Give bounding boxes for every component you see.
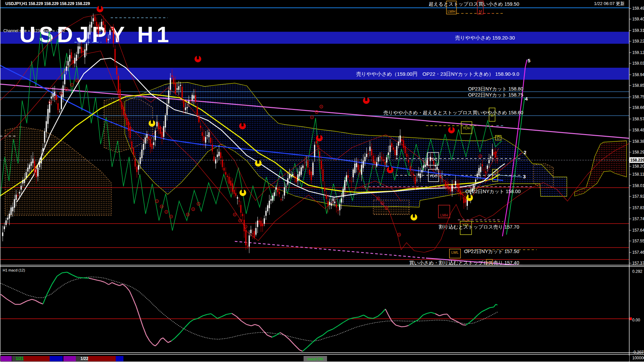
- red-reversal-icon: [97, 5, 103, 12]
- price-axis-label: 159.125: [632, 50, 644, 55]
- price-axis-label: 159.035: [632, 61, 644, 66]
- level-annotation: OP22日NYカット 157.50: [464, 249, 519, 254]
- ichimoku-clouds: [5, 82, 627, 215]
- level-annotation: OP23日NYカット 158.80: [468, 86, 523, 92]
- price-axis-label: 157.370: [632, 261, 644, 265]
- band: [0, 68, 629, 80]
- price-axis-label: 158.940: [632, 72, 644, 77]
- svg-text:M: M: [479, 9, 482, 13]
- watermark: USDJPY H1: [19, 22, 172, 47]
- band-annotation: 売りやや小さめ（159.00円 OP22・23日NYカット大きめ） 158.90…: [356, 71, 519, 77]
- macd-axis-label: 0.00: [632, 318, 640, 322]
- price-axis-label: 157.740: [632, 217, 644, 221]
- red-reversal-icon: [448, 126, 455, 133]
- level-annotation: 売りやや小さめ・超えるとストップロス買いやや小さめ 158.60: [383, 110, 523, 115]
- price-axis-label: 158.015: [632, 183, 644, 188]
- price-axis-label: 158.570: [632, 117, 644, 121]
- yellow-reversal-icon: [411, 213, 417, 221]
- wave-number-label: 4: [525, 96, 528, 102]
- session-segment: [50, 356, 63, 361]
- price-axis-label: 158.110: [632, 172, 644, 177]
- band-annotation: 売りやや小さめ 159.20-30: [455, 35, 515, 41]
- level-annotation: 超えるとストップロス買い小さめ 159.50: [429, 1, 519, 7]
- macd-panel: [0, 272, 629, 351]
- price-axis-label: 158.200: [632, 164, 644, 169]
- level-annotation: OP22日NYカット 158.00: [465, 189, 521, 194]
- price-axis: 159.495159.405159.310159.220159.125159.0…: [629, 0, 644, 362]
- level-annotation: 割り込むとストップロス売り 157.70: [439, 224, 519, 230]
- price-axis-label: 157.645: [632, 228, 644, 233]
- wave-number-label: 3: [523, 174, 526, 179]
- trading-chart-window: USDJPY H1 2345 LWHMWYDHDYDCYDODLMHYDLLWL…: [0, 0, 644, 362]
- price-axis-label: 159.495: [632, 6, 644, 11]
- macd-toggle-button[interactable]: macd ON: [304, 356, 327, 362]
- date-label: 1/21: [16, 356, 24, 361]
- svg-text:YDH: YDH: [463, 126, 470, 130]
- svg-text:LWL: LWL: [451, 250, 459, 254]
- session-segment: [88, 356, 116, 361]
- svg-text:LMH: LMH: [440, 213, 448, 217]
- pivot-box-lwl: LWL: [449, 249, 461, 258]
- level-annotation: OP22日NYカット 158.75: [468, 92, 523, 98]
- price-axis-label: 158.755: [632, 95, 644, 99]
- macd-toggle-label: macd ON: [308, 357, 323, 361]
- price-axis-label: 159.220: [632, 39, 644, 44]
- pivot-box-lmh: LMH: [438, 205, 450, 218]
- price-axis-label: 157.555: [632, 239, 644, 243]
- session-segment: [23, 356, 50, 361]
- price-axis-label: 157.460: [632, 250, 644, 255]
- session-segment: [116, 356, 123, 361]
- date-label: 1/22: [80, 356, 89, 361]
- volume-axis-label: 100000: [632, 356, 644, 360]
- session-segment: [1, 356, 12, 361]
- session-segment: [63, 356, 76, 361]
- svg-text:YDC: YDC: [429, 157, 437, 161]
- svg-text:YDO: YDO: [430, 174, 438, 178]
- svg-text:LWH: LWH: [447, 9, 455, 13]
- svg-text:D: D: [497, 136, 500, 140]
- price-axis-label: 158.295: [632, 150, 644, 155]
- symbol-ohlc-header: USDJPY,H1 158.229 158.229 158.229 158.22…: [5, 1, 90, 6]
- channel-info-label: Channel size = 1123 Slope = -1.92: [3, 28, 65, 33]
- price-axis-label: 158.665: [632, 105, 644, 110]
- svg-text:158.229: 158.229: [630, 158, 644, 163]
- price-axis-label: 157.830: [632, 205, 644, 210]
- price-axis-label: 158.385: [632, 139, 644, 144]
- wave-number-label: 2: [524, 149, 526, 155]
- price-axis-label: 157.925: [632, 194, 644, 199]
- macd-axis-label: 0.292: [632, 269, 642, 274]
- price-axis-label: 159.310: [632, 28, 644, 33]
- price-axis-label: 158.850: [632, 83, 644, 88]
- macd-axis-label: -0.207: [632, 350, 644, 355]
- price-axis-label: 158.480: [632, 128, 644, 132]
- red-reversal-icon: [195, 55, 201, 62]
- wave-number-label: 5: [528, 58, 530, 63]
- level-annotation: 買い小さめ・割り込むとストップロス売り 157.40: [409, 260, 519, 265]
- price-axis-label: 159.405: [632, 17, 644, 21]
- update-timestamp: 1/22 06:07 更新: [594, 1, 625, 6]
- yellow-reversal-icon: [239, 189, 246, 196]
- macd-indicator-label: H1 macd (12): [3, 268, 25, 272]
- svg-text:D: D: [494, 170, 496, 174]
- chart-canvas[interactable]: USDJPY H1 2345 LWHMWYDHDYDCYDODLMHYDLLWL…: [0, 0, 644, 362]
